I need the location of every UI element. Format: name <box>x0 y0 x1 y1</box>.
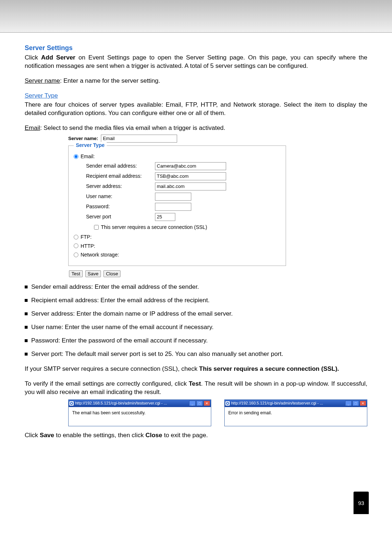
text: To verify if the email settings are corr… <box>25 380 189 387</box>
popup-success: http://192.168.5.121/cgi-bin/admin/tests… <box>68 399 211 426</box>
test-button[interactable]: Test <box>69 270 83 277</box>
server-name-paragraph: Server name: Enter a name for the server… <box>25 77 367 85</box>
minimize-icon[interactable]: _ <box>345 401 352 406</box>
ie-icon <box>225 401 230 406</box>
bold-add-server: Add Server <box>41 54 75 61</box>
popup-title: http://192.160.5.121/cgi-bin/admin/tests… <box>231 401 323 406</box>
bullet-icon <box>25 326 28 329</box>
list-text: Sender email address: Enter the email ad… <box>31 283 199 291</box>
bullet-icon <box>25 353 28 356</box>
text: to exit the page. <box>162 432 208 439</box>
server-address-label: Server address: <box>86 183 155 190</box>
list-item: Server address: Enter the domain name or… <box>25 310 367 318</box>
server-type-heading: Server Type <box>25 92 58 99</box>
save-button[interactable]: Save <box>85 270 101 277</box>
radio-ftp[interactable] <box>74 235 78 239</box>
server-port-label: Server port <box>86 213 155 220</box>
list-text: User name: Enter the user name of the em… <box>31 323 213 332</box>
bullet-list: Sender email address: Enter the email ad… <box>25 283 367 358</box>
radio-email-label: Email: <box>81 153 95 160</box>
bullet-icon <box>25 286 28 288</box>
server-settings-screenshot: Server name: Server Type Email: Sender e… <box>68 135 286 278</box>
text: to enable the settings, then click <box>54 432 145 439</box>
popup-titlebar: http://192.160.5.121/cgi-bin/admin/tests… <box>225 400 367 407</box>
server-name-input[interactable] <box>101 135 177 143</box>
ie-icon <box>69 401 74 406</box>
close-icon[interactable]: ✕ <box>360 401 366 406</box>
radio-network-storage-label: Network storage: <box>81 251 119 258</box>
popup-screenshots: http://192.168.5.121/cgi-bin/admin/tests… <box>68 399 367 426</box>
save-close-paragraph: Click Save to enable the settings, then … <box>25 431 367 440</box>
minimize-icon[interactable]: _ <box>189 401 196 406</box>
text: Click <box>25 432 40 439</box>
page-number: 93 <box>354 492 369 514</box>
text: : Enter a name for the server setting. <box>60 77 160 84</box>
username-label: User name: <box>86 193 155 200</box>
popup-body: The email has been sent successfully. <box>69 407 211 426</box>
page-content: Server Settings Click Add Server on Even… <box>0 33 392 440</box>
recipient-label: Recipient email address: <box>86 173 155 180</box>
bold-close: Close <box>146 432 162 439</box>
server-type-paragraph: There are four choices of server types a… <box>25 101 367 118</box>
list-text: Server port: The default mail server por… <box>31 350 283 358</box>
list-item: User name: Enter the user name of the em… <box>25 323 367 332</box>
section-title: Server Settings <box>25 44 367 52</box>
server-name-underline: Server name <box>25 77 60 84</box>
bold-ssl: This server requires a secure connection… <box>199 365 339 372</box>
radio-http[interactable] <box>74 243 78 248</box>
server-name-field-label: Server name: <box>68 135 98 142</box>
list-item: Server port: The default mail server por… <box>25 350 367 358</box>
maximize-icon[interactable]: □ <box>352 401 359 406</box>
username-input[interactable] <box>155 193 191 201</box>
radio-email[interactable] <box>74 154 78 159</box>
bold-save: Save <box>40 432 54 439</box>
ssl-checkbox[interactable] <box>94 225 99 230</box>
popup-title: http://192.168.5.121/cgi-bin/admin/tests… <box>75 401 167 406</box>
list-text: Password: Enter the password of the emai… <box>31 337 208 345</box>
sender-input[interactable] <box>155 162 226 170</box>
server-port-input[interactable] <box>155 213 175 221</box>
text: : Select to send the media files via ema… <box>40 124 225 131</box>
server-type-fieldset: Server Type Email: Sender email address:… <box>68 145 286 266</box>
bullet-icon <box>25 312 28 315</box>
list-item: Sender email address: Enter the email ad… <box>25 283 367 291</box>
popup-titlebar: http://192.168.5.121/cgi-bin/admin/tests… <box>69 400 211 407</box>
list-text: Recipient email address: Enter the email… <box>31 296 209 305</box>
text: Click <box>25 54 41 61</box>
close-icon[interactable]: ✕ <box>204 401 210 406</box>
email-paragraph: Email: Select to send the media files vi… <box>25 124 367 132</box>
sender-label: Sender email address: <box>86 163 155 169</box>
radio-http-label: HTTP: <box>81 243 95 250</box>
bullet-icon <box>25 299 28 302</box>
recipient-input[interactable] <box>155 172 226 180</box>
ssl-checkbox-label: This server requires a secure connection… <box>101 224 207 231</box>
intro-paragraph: Click Add Server on Event Settings page … <box>25 54 367 70</box>
password-label: Password: <box>86 203 155 210</box>
password-input[interactable] <box>155 203 191 211</box>
list-text: Server address: Enter the domain name or… <box>31 310 233 318</box>
ssl-paragraph: If your SMTP server requires a secure co… <box>25 365 367 373</box>
bold-test: Test <box>189 380 201 387</box>
text: If your SMTP server requires a secure co… <box>25 365 199 372</box>
server-address-input[interactable] <box>155 182 226 190</box>
radio-network-storage[interactable] <box>74 253 78 257</box>
popup-error: http://192.160.5.121/cgi-bin/admin/tests… <box>224 399 367 426</box>
maximize-icon[interactable]: □ <box>196 401 203 406</box>
page-header-gradient <box>0 0 392 33</box>
list-item: Recipient email address: Enter the email… <box>25 296 367 305</box>
test-paragraph: To verify if the email settings are corr… <box>25 380 367 397</box>
fieldset-legend: Server Type <box>74 142 107 149</box>
radio-ftp-label: FTP: <box>81 234 91 241</box>
popup-body: Error in sending email. <box>225 407 367 426</box>
email-underline: Email <box>25 124 40 131</box>
bullet-icon <box>25 339 28 342</box>
close-button[interactable]: Close <box>103 270 121 277</box>
list-item: Password: Enter the password of the emai… <box>25 337 367 345</box>
text: on Event Settings page to open the Serve… <box>25 54 367 69</box>
